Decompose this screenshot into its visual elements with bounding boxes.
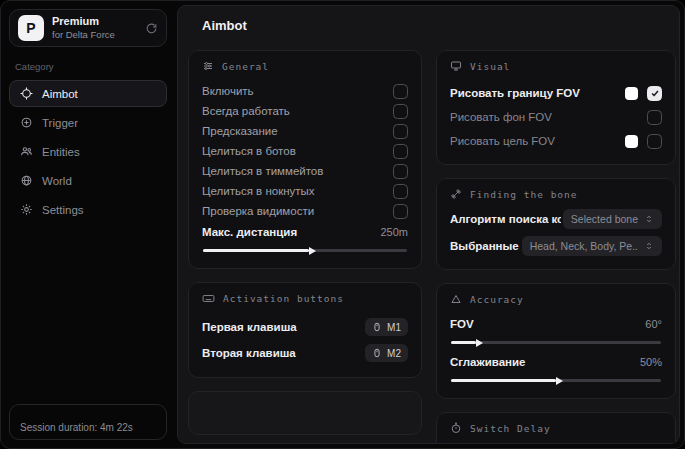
visual-label: Рисовать цель FOV <box>450 135 555 147</box>
slider-label: Макс. дистанция <box>202 226 297 238</box>
toggle-label: Всегда работать <box>202 105 290 117</box>
main-panel: Aimbot General Включить Всегда работать <box>177 5 680 444</box>
color-swatch[interactable] <box>625 135 638 148</box>
color-swatch[interactable] <box>625 87 638 100</box>
left-column: General Включить Всегда работать Предска… <box>188 50 422 435</box>
sidebar-item-aimbot[interactable]: Aimbot <box>9 80 167 107</box>
globe-icon <box>20 174 33 187</box>
monitor-icon <box>450 60 462 72</box>
mouse-icon <box>372 321 382 333</box>
slider-fill[interactable] <box>451 341 476 344</box>
sidebar-item-entities[interactable]: Entities <box>9 138 167 165</box>
slider-label: Сглаживание <box>450 356 525 368</box>
selected-bones-select[interactable]: Head, Neck, Body, Pe.. <box>522 236 662 256</box>
sidebar-item-settings[interactable]: Settings <box>9 196 167 223</box>
check-icon <box>650 88 660 98</box>
gear-icon <box>20 203 33 216</box>
keybind-label: Первая клавиша <box>202 321 297 333</box>
slider-label: FOV <box>450 318 474 330</box>
visual-controls <box>625 86 662 101</box>
visual-label: Рисовать границу FOV <box>450 87 580 99</box>
bone-algorithm-select[interactable]: Selected bone <box>563 209 662 229</box>
fov-slider[interactable] <box>451 341 661 344</box>
activation-card-title: Activation buttons <box>223 293 344 304</box>
checkbox[interactable] <box>393 84 408 99</box>
toggle-label: Проверка видимости <box>202 205 314 217</box>
bone-label: Алгоритм поиска кост <box>450 213 561 225</box>
checkbox[interactable] <box>393 184 408 199</box>
stopwatch-icon <box>450 422 462 434</box>
keybind-button-m1[interactable]: M1 <box>365 318 408 336</box>
triangle-icon <box>450 293 462 305</box>
app-window: P Premium for Delta Force Category Aimbo… <box>0 0 685 449</box>
checkbox[interactable] <box>393 144 408 159</box>
toggle-label: Целиться в нокнутых <box>202 185 315 197</box>
entities-icon <box>20 145 33 158</box>
slider-fill[interactable] <box>203 249 309 252</box>
slider-head: FOV 60° <box>450 314 662 334</box>
switch-delay-card: Switch Delay Задержка переключения Задер… <box>436 412 676 443</box>
bone-icon <box>450 188 462 200</box>
general-card-header: General <box>202 60 408 72</box>
category-label: Category <box>15 61 161 72</box>
toggle-row: Целиться в тиммейтов <box>202 161 408 181</box>
slider-fill[interactable] <box>451 379 556 382</box>
empty-card <box>188 391 422 435</box>
smoothing-slider-block: Сглаживание 50% <box>450 352 662 382</box>
keybind-row: Первая клавиша M1 <box>202 314 408 340</box>
checkbox[interactable] <box>393 104 408 119</box>
toggle-row: Включить <box>202 81 408 101</box>
refresh-icon[interactable] <box>145 22 158 35</box>
page-title: Aimbot <box>178 6 679 44</box>
visual-label: Рисовать фон FOV <box>450 111 552 123</box>
bone-card-header: Finding the bone <box>450 188 662 200</box>
checkbox[interactable] <box>393 204 408 219</box>
smoothing-slider[interactable] <box>451 379 661 382</box>
activation-card: Activation buttons Первая клавиша M1 Вто… <box>188 282 422 378</box>
chevron-up-down-icon <box>644 241 654 251</box>
sidebar-item-trigger[interactable]: Trigger <box>9 109 167 136</box>
max-distance-slider[interactable] <box>203 249 407 252</box>
checkbox[interactable] <box>647 110 662 125</box>
accuracy-card: Accuracy FOV 60° Сглаживание <box>436 283 676 399</box>
toggle-row: Целиться в нокнутых <box>202 181 408 201</box>
sidebar-item-label: Settings <box>42 204 84 216</box>
visual-row: Рисовать цель FOV <box>450 129 662 153</box>
toggle-row: Предсказание <box>202 121 408 141</box>
visual-controls <box>647 110 662 125</box>
tune-icon <box>202 60 214 72</box>
slider-head: Макс. дистанция 250m <box>202 222 408 242</box>
checkbox[interactable] <box>647 86 662 101</box>
fov-slider-block: FOV 60° <box>450 314 662 344</box>
toggle-row: Проверка видимости <box>202 201 408 221</box>
visual-row: Рисовать границу FOV <box>450 81 662 105</box>
session-duration: Session duration: 4m 22s <box>9 404 167 440</box>
checkbox[interactable] <box>393 164 408 179</box>
sidebar-item-world[interactable]: World <box>9 167 167 194</box>
select-value: Selected bone <box>571 213 638 225</box>
slider-value: 250m <box>380 226 408 238</box>
brand-text: Premium for Delta Force <box>52 15 137 41</box>
switch-delay-card-title: Switch Delay <box>470 423 551 434</box>
chevron-up-down-icon <box>644 214 654 224</box>
brand-subtitle: for Delta Force <box>52 29 137 41</box>
brand-title: Premium <box>52 15 137 29</box>
checkbox[interactable] <box>647 134 662 149</box>
crosshair-icon <box>20 87 33 100</box>
brand-card: P Premium for Delta Force <box>9 9 167 47</box>
general-card-title: General <box>222 61 269 72</box>
toggle-label: Целиться в ботов <box>202 145 296 157</box>
toggle-label: Предсказание <box>202 125 278 137</box>
general-card: General Включить Всегда работать Предска… <box>188 50 422 269</box>
sidebar-item-label: World <box>42 175 72 187</box>
keybind-button-m2[interactable]: M2 <box>365 344 408 362</box>
bone-card: Finding the bone Алгоритм поиска кост Se… <box>436 178 676 270</box>
visual-controls <box>625 134 662 149</box>
sidebar-item-label: Aimbot <box>42 88 78 100</box>
keybind-value: M2 <box>387 348 401 359</box>
right-column: Visual Рисовать границу FOV Рисовать фон… <box>436 50 676 435</box>
slider-value: 50% <box>640 356 662 368</box>
bone-label: Выбранные кос <box>450 240 520 252</box>
checkbox[interactable] <box>393 124 408 139</box>
keyboard-icon <box>202 292 215 305</box>
